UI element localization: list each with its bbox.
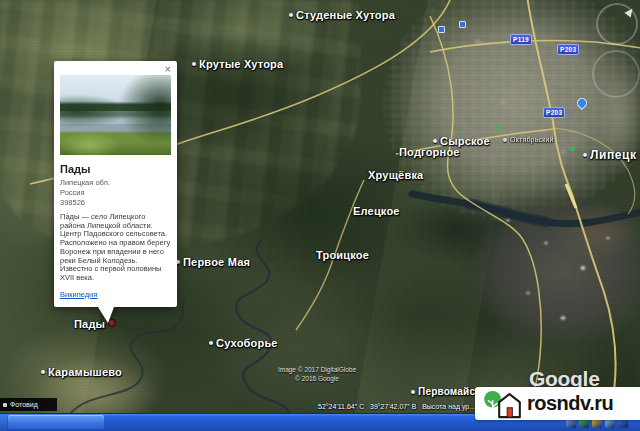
place-dot-icon: [41, 370, 45, 374]
map-place-label[interactable]: Студеные Хутора: [289, 9, 395, 21]
place-dot-icon: [411, 390, 415, 394]
copyright-line: © 2016 Google: [262, 374, 372, 383]
map-place-label[interactable]: Октябрьский: [503, 136, 554, 143]
taskbar-app-button[interactable]: [8, 415, 104, 429]
map-place-label[interactable]: Карамышево: [41, 366, 122, 378]
place-country: Россия: [60, 188, 171, 198]
water-poi-icon[interactable]: [575, 96, 589, 110]
place-info-body: Пады Липецкая обл. Россия 398526 Па́ды —…: [54, 155, 177, 301]
terrain-industrial-zone: [468, 188, 640, 350]
road-bridge: [566, 184, 576, 208]
screenshot-root: Студеные ХутораКрутые ХутораеСырскоеПодг…: [0, 0, 640, 431]
place-dot-icon: [289, 13, 293, 17]
map-place-label[interactable]: Подгорное: [399, 146, 460, 158]
map-place-label[interactable]: Первое Мая: [176, 256, 250, 268]
place-photo: [60, 75, 171, 155]
poi-icon[interactable]: [459, 21, 466, 28]
place-name-text: Крутые Хутора: [199, 58, 283, 70]
map-place-label[interactable]: Троицкое: [316, 249, 369, 261]
place-name-text: Елецкое: [353, 205, 400, 217]
map-place-label[interactable]: Сухоборье: [209, 337, 278, 349]
place-dot-icon: [209, 341, 213, 345]
road-east-ring: [554, 128, 635, 214]
poi-icon[interactable]: [438, 26, 445, 33]
place-dot-icon: [503, 138, 507, 142]
place-name-text: Хрущёвка: [368, 169, 423, 181]
statusbar-coordinates: 52°24'11.64″ С 39°27'42.07″ В Высота над…: [318, 403, 475, 410]
rosndv-site-text: rosndv.ru: [527, 392, 613, 415]
park-patch: [497, 125, 503, 130]
rosndv-watermark: rosndv.ru: [475, 387, 640, 420]
place-info-balloon: × Пады Липецкая обл. Россия 398526 Па́ды…: [54, 61, 177, 307]
place-dot-icon: [583, 153, 587, 157]
place-description: Па́ды — село Липецкого района Липецкой о…: [60, 213, 171, 283]
road-shield-label: Р203: [557, 44, 579, 55]
place-dot-icon: [433, 139, 437, 143]
place-name-text: Сухоборье: [216, 337, 278, 349]
place-name-text: Троицкое: [316, 249, 369, 261]
place-name-text: Октябрьский: [510, 136, 554, 143]
road-shield-label: Р203: [543, 107, 565, 118]
place-name-text: Липецк: [590, 148, 637, 162]
place-name-text: Карамышево: [48, 366, 122, 378]
wikipedia-link[interactable]: Википедия: [60, 290, 97, 299]
rosndv-logo-icon: [482, 389, 522, 419]
map-place-label[interactable]: Липецк: [583, 148, 637, 162]
photo-tag-label: Фотовид: [10, 401, 38, 408]
map-copyright: Image © 2017 DigitalGlobe © 2016 Google: [262, 365, 372, 383]
place-postal-code: 398526: [60, 198, 171, 208]
photo-tag-icon: [3, 403, 7, 407]
place-dot-icon: [192, 62, 196, 66]
close-icon[interactable]: ×: [165, 64, 171, 75]
photo-overlay-tag: Фотовид: [0, 398, 57, 411]
place-name-text: Первое Мая: [183, 256, 250, 268]
copyright-line: Image © 2017 DigitalGlobe: [262, 365, 372, 374]
taskbar-start-stub[interactable]: [0, 414, 7, 431]
road-west-bypass: [430, 16, 541, 413]
place-region: Липецкая обл.: [60, 178, 171, 188]
place-title: Пады: [60, 163, 171, 175]
place-name-text: Студеные Хутора: [296, 9, 395, 21]
map-place-label[interactable]: Хрущёвка: [368, 169, 423, 181]
river-voronezh: [412, 194, 640, 224]
river-meander-west: [70, 296, 186, 413]
place-name-text: Подгорное: [399, 146, 460, 158]
map-place-label[interactable]: Елецкое: [353, 205, 400, 217]
navigation-move-ring[interactable]: [592, 50, 640, 98]
map-place-label[interactable]: Крутые Хутора: [192, 58, 283, 70]
park-patch: [570, 146, 575, 151]
road-shield-label: Р119: [510, 34, 532, 45]
